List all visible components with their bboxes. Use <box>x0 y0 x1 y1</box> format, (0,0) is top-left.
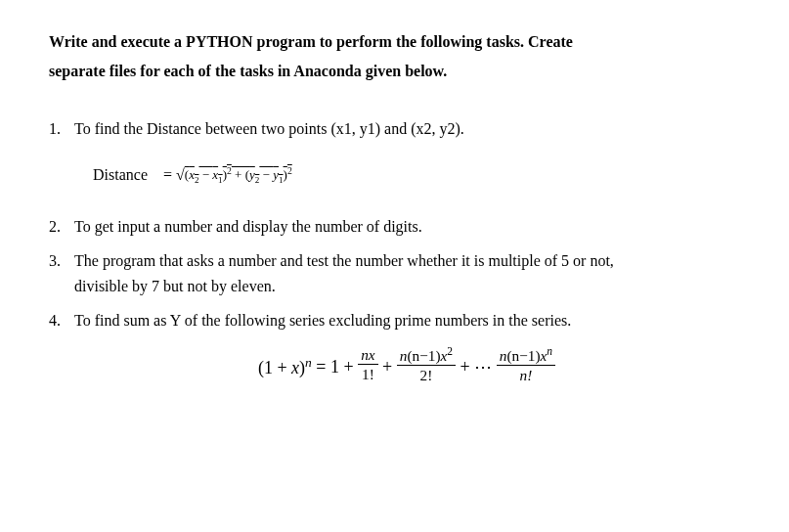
equals-rhs-start: = 1 + <box>316 353 353 381</box>
term1-fraction: nx 1! <box>358 346 377 384</box>
task-1: 1. To find the Distance between two poin… <box>49 116 735 142</box>
header-line1: Write and execute a PYTHON program to pe… <box>49 33 573 50</box>
task-3-number: 3. <box>49 248 61 274</box>
task-4: 4. To find sum as Y of the following ser… <box>49 308 735 333</box>
task-3: 3. The program that asks a number and te… <box>49 248 735 298</box>
sqrt-icon: √ <box>176 166 185 183</box>
task-2: 2. To get input a number and display the… <box>49 214 735 240</box>
instruction-header: Write and execute a PYTHON program to pe… <box>49 27 735 87</box>
task-4-text: To find sum as Y of the following series… <box>74 312 571 329</box>
task-2-text: To get input a number and display the nu… <box>74 218 422 235</box>
distance-label: Distance <box>93 162 148 188</box>
task-4-number: 4. <box>49 308 61 333</box>
term2-fraction: n(n−1)x2 2! <box>397 345 456 385</box>
header-line2: separate files for each of the tasks in … <box>49 63 447 79</box>
series-formula: (1 + x)n = 1 + nx 1! + n(n−1)x2 2! + ⋯ n… <box>49 347 735 387</box>
distance-formula: Distance = √(x2 − x1)2 + (y2 − y1)2 <box>49 162 735 188</box>
task-1-text: To find the Distance between two points … <box>74 120 464 137</box>
task-1-number: 1. <box>49 116 61 142</box>
equals-sign: = <box>163 166 172 183</box>
plus-1: + <box>382 353 392 381</box>
task-3-text: The program that asks a number and test … <box>74 252 614 269</box>
plus-dots: + ⋯ <box>460 353 493 381</box>
lhs: (1 + x)n <box>258 352 312 382</box>
task-3-text-b: divisible by 7 but not by eleven. <box>74 278 276 294</box>
task-2-number: 2. <box>49 214 61 240</box>
sqrt-expression: √(x2 − x1)2 + (y2 − y1)2 <box>176 167 292 182</box>
termn-fraction: n(n−1)xn n! <box>497 345 555 385</box>
